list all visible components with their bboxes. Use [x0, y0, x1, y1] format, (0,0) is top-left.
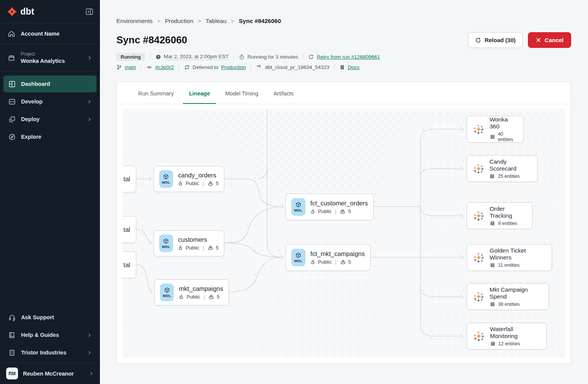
- model-name: customers: [178, 236, 219, 243]
- lineage-node-fct-mkt-campaigns[interactable]: MDL fct_mkt_campaigns Public | 5: [286, 244, 371, 271]
- lineage-node-truncated[interactable]: tal: [122, 216, 136, 243]
- nav-develop-label: Develop: [21, 98, 82, 105]
- truncated-node-label: tal: [124, 226, 130, 233]
- model-badge-label: MDL: [162, 180, 170, 184]
- tab-lineage[interactable]: Lineage: [183, 84, 216, 104]
- model-badge: MDL: [159, 170, 173, 188]
- breadcrumb-tableau[interactable]: Tableau: [206, 18, 226, 25]
- lineage-node-candy-orders[interactable]: MDL candy_orders Public | 5: [154, 166, 224, 192]
- lineage-node-wonka-360[interactable]: Wonka 360 40 entities: [467, 116, 524, 143]
- lineage-node-mkt-campaign-spend[interactable]: Mkt Campaign Spend 38 entities: [467, 283, 549, 310]
- exposure-name: Order Tracking: [490, 205, 526, 219]
- sidebar-item-organization[interactable]: Tristor Industries: [3, 344, 96, 361]
- model-name: fct_customer_orders: [310, 200, 368, 207]
- cube-icon: [295, 202, 302, 208]
- truncated-node-label: tal: [124, 261, 130, 269]
- sidebar-item-explore[interactable]: Explore: [3, 128, 96, 145]
- docs-link[interactable]: Docs: [348, 64, 359, 70]
- sidebar-item-ask-support[interactable]: Ask Support: [3, 309, 96, 326]
- docs-icon: [340, 64, 345, 70]
- status-badge: Running: [116, 53, 145, 61]
- sidebar-item-develop[interactable]: Develop: [3, 93, 96, 110]
- breadcrumb-separator: >: [231, 18, 234, 24]
- chevron-right-icon: [87, 99, 92, 104]
- tab-run-summary[interactable]: Run Summary: [132, 84, 180, 104]
- sidebar-item-help-guides[interactable]: Help & Guides: [3, 327, 96, 343]
- stack-icon: [340, 259, 346, 265]
- divider: |: [334, 208, 337, 214]
- lock-open-icon: [178, 181, 183, 186]
- tableau-logo-icon: [473, 123, 485, 135]
- deferred-prefix: Deferred to: [193, 64, 219, 70]
- app-window: dbt Account Name Project Wonka Analytics: [0, 0, 588, 384]
- help-guides-label: Help & Guides: [21, 332, 82, 338]
- model-badge-label: MDL: [163, 294, 171, 298]
- code-window-icon: [8, 98, 16, 105]
- cancel-button[interactable]: Cancel: [528, 32, 571, 48]
- tableau-logo-icon: [473, 330, 485, 342]
- lineage-node-mkt-campaigns[interactable]: MDL mkt_campaigns Public | 5: [154, 279, 229, 305]
- lineage-node-golden-ticket-winners[interactable]: Golden Ticket Winners 11 entities: [467, 244, 552, 271]
- stack-icon: [208, 294, 214, 300]
- close-icon: [536, 37, 541, 43]
- ask-support-label: Ask Support: [21, 314, 54, 320]
- sidebar-item-account[interactable]: Account Name: [0, 24, 100, 44]
- tab-model-timing[interactable]: Model Timing: [219, 84, 264, 104]
- table-rows-icon: [490, 341, 496, 346]
- sidebar-nav: Dashboard Develop Deploy Expl: [0, 72, 100, 149]
- commit-link[interactable]: #c3p0r2: [155, 64, 174, 70]
- lineage-node-fct-customer-orders[interactable]: MDL fct_customer_orders Public | 5: [286, 194, 374, 220]
- page-title: Sync #8426060: [116, 34, 187, 46]
- git-commit-icon: [146, 64, 152, 70]
- home-icon: [8, 30, 15, 38]
- lock-open-icon: [310, 209, 316, 214]
- tableau-logo-icon: [473, 291, 485, 302]
- windows-icon: [8, 116, 16, 123]
- sidebar-item-deploy[interactable]: Deploy: [3, 111, 96, 128]
- reload-button[interactable]: Reload (30): [468, 32, 523, 48]
- model-count: 5: [216, 245, 219, 251]
- run-start-time[interactable]: Mar 2, 2023, at 2:00pm EST: [164, 54, 229, 60]
- model-badge-label: MDL: [294, 208, 302, 212]
- model-access: Public: [186, 294, 200, 300]
- model-badge: MDL: [160, 284, 174, 301]
- refresh-icon: [475, 37, 481, 43]
- sidebar-item-project[interactable]: Project Wonka Analytics: [0, 44, 100, 72]
- dbt-logo-text: dbt: [20, 7, 34, 17]
- breadcrumb-separator: >: [157, 18, 160, 24]
- sidebar-user-menu[interactable]: RM Reuben McCreanor: [0, 363, 100, 384]
- lineage-node-customers[interactable]: MDL customers Public | 5: [154, 230, 224, 256]
- branch-link[interactable]: main: [125, 64, 136, 70]
- lineage-node-truncated[interactable]: tal: [122, 251, 136, 278]
- truncated-node-label: tal: [124, 176, 130, 183]
- model-count: 5: [348, 259, 351, 265]
- cube-icon: [164, 287, 170, 293]
- project-name: Wonka Analytics: [21, 58, 82, 64]
- lineage-node-candy-scorecard[interactable]: Candy Scorecard 25 entities: [467, 155, 538, 182]
- model-count: 5: [217, 294, 219, 300]
- breadcrumb-production[interactable]: Production: [165, 18, 193, 25]
- book-icon: [8, 331, 16, 339]
- breadcrumb-environments[interactable]: Environments: [116, 18, 153, 25]
- box-icon: [8, 54, 15, 62]
- dbt-logo: dbt: [7, 7, 34, 17]
- deferred-env-link[interactable]: Production: [221, 64, 246, 70]
- collapse-sidebar-icon[interactable]: [86, 8, 93, 15]
- cancel-label: Cancel: [545, 37, 564, 43]
- lineage-node-waterfall-monitoring[interactable]: Waterfall Monitoring 12 entities: [467, 323, 547, 350]
- chevron-right-icon: [87, 333, 92, 338]
- deferred-loop-icon: [184, 64, 190, 70]
- project-label: Project: [21, 51, 82, 57]
- tab-artifacts[interactable]: Artifacts: [268, 84, 300, 104]
- lineage-node-order-tracking[interactable]: Order Tracking 9 entities: [467, 202, 532, 229]
- lineage-canvas[interactable]: tal tal tal MDL candy_orders Public |: [122, 109, 565, 358]
- chevron-right-icon: [87, 55, 92, 61]
- run-duration: Running for 3 minutes: [247, 54, 298, 60]
- model-badge-label: MDL: [294, 259, 303, 263]
- exposure-entities: 9 entities: [498, 221, 517, 226]
- clock-icon: [155, 54, 161, 60]
- retry-from-run-link[interactable]: Retry from run #126809661: [317, 54, 380, 60]
- nav-dashboard-label: Dashboard: [21, 81, 50, 87]
- lineage-node-truncated[interactable]: tal: [122, 166, 136, 192]
- sidebar-item-dashboard[interactable]: Dashboard: [3, 75, 96, 92]
